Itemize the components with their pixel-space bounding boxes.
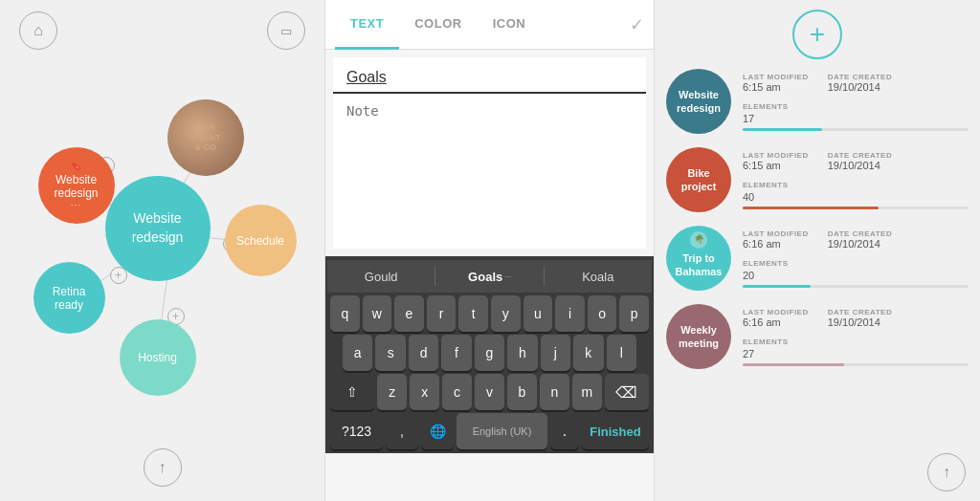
key-comma[interactable]: ,	[386, 413, 418, 449]
key-w[interactable]: w	[363, 295, 392, 332]
key-u[interactable]: u	[523, 295, 553, 332]
panel3-upload-icon: ↑	[943, 464, 950, 481]
tab-color[interactable]: COLOR	[399, 0, 477, 50]
progress-fill-bahamas	[743, 285, 811, 288]
upload-button[interactable]: ↑	[144, 448, 182, 487]
note-input[interactable]	[333, 94, 646, 249]
key-s[interactable]: s	[375, 335, 405, 371]
project-meta-bahamas: LAST MODIFIED 6:16 am DATE CREATED 19/10…	[743, 229, 969, 250]
key-num[interactable]: ?123	[330, 413, 383, 449]
key-row-1: q w e r t y u i o p	[327, 295, 652, 332]
key-p[interactable]: p	[619, 295, 649, 332]
key-finished[interactable]: Finished	[582, 413, 649, 449]
suggestion-gould[interactable]: Gould	[327, 260, 434, 293]
key-l[interactable]: l	[607, 335, 636, 371]
key-dot[interactable]: .	[550, 413, 579, 449]
tab-text[interactable]: TEXT	[335, 0, 399, 50]
date-created-bike: DATE CREATED 19/10/2014	[828, 151, 892, 171]
key-a[interactable]: a	[343, 335, 372, 371]
project-item-bahamas[interactable]: 🌴 Trip toBahamas LAST MODIFIED 6:16 am D…	[666, 226, 969, 291]
panel3-upload-button[interactable]: ↑	[927, 453, 966, 491]
key-j[interactable]: j	[541, 335, 570, 371]
mind-map: + + + + BONVIVANT& CO 🔖 Website redesign…	[19, 61, 306, 425]
key-row-bottom: ?123 , 🌐 English (UK) . Finished	[327, 413, 652, 449]
key-q[interactable]: q	[330, 295, 360, 332]
key-g[interactable]: g	[475, 335, 504, 371]
bubble-hosting[interactable]: Hosting	[120, 319, 196, 396]
tab-bar: TEXT COLOR IcON ✓	[325, 0, 654, 50]
key-k[interactable]: k	[573, 335, 603, 371]
last-modified-bahamas: LAST MODIFIED 6:16 am	[743, 229, 809, 250]
panel3-header: +	[655, 0, 980, 69]
progress-bar-bahamas	[743, 285, 969, 288]
key-globe[interactable]: 🌐	[421, 413, 454, 449]
key-r[interactable]: r	[427, 295, 457, 332]
bubble-retina-label: Retinaready	[53, 285, 86, 312]
keyboard: Gould Goals ··· Koala q w e r t y u i o …	[325, 256, 654, 453]
delete-icon: ⌫	[615, 383, 637, 402]
key-row-2: a s d f g h j k l	[327, 335, 652, 371]
check-button[interactable]: ✓	[630, 14, 644, 35]
date-created-bahamas: DATE CREATED 19/10/2014	[828, 229, 892, 250]
project-info-bike: LAST MODIFIED 6:15 am DATE CREATED 19/10…	[743, 151, 969, 209]
key-y[interactable]: y	[491, 295, 521, 332]
progress-bar-meeting	[743, 363, 969, 366]
progress-bar-bike	[743, 207, 969, 209]
bubble-center[interactable]: Websiteredesign	[105, 176, 211, 281]
bubble-schedule-label: Schedule	[236, 234, 284, 248]
check-icon: ✓	[630, 15, 644, 34]
key-f[interactable]: f	[441, 335, 471, 371]
key-v[interactable]: v	[475, 374, 504, 410]
tab-icon[interactable]: IcON	[478, 0, 542, 50]
bahamas-icon: 🌴	[690, 231, 707, 249]
progress-fill-bike	[743, 207, 879, 209]
key-delete[interactable]: ⌫	[605, 374, 649, 410]
svg-line-2	[161, 276, 167, 324]
bubble-wireframes[interactable]: 🔖 Website redesign ···	[38, 147, 115, 224]
panel1-topbar: ⌂ ▭	[0, 0, 324, 61]
key-c[interactable]: c	[442, 374, 472, 410]
suggestion-bar: Gould Goals ··· Koala	[327, 260, 652, 293]
project-item-bike[interactable]: Bikeproject LAST MODIFIED 6:15 am DATE C…	[666, 147, 969, 212]
panel-mindmap: ⌂ ▭ + + + + BONVIVANT& CO	[0, 0, 325, 501]
home-button[interactable]: ⌂	[19, 11, 57, 50]
add-project-button[interactable]: +	[792, 10, 842, 59]
shift-icon: ⇧	[346, 384, 358, 400]
project-bubble-bahamas: 🌴 Trip toBahamas	[666, 226, 731, 291]
key-x[interactable]: x	[410, 374, 439, 410]
key-h[interactable]: h	[507, 335, 537, 371]
project-bubble-bike: Bikeproject	[666, 147, 731, 212]
title-input[interactable]	[333, 57, 646, 94]
globe-icon: 🌐	[430, 424, 446, 439]
monitor-button[interactable]: ▭	[267, 11, 305, 50]
progress-bar-website	[743, 128, 969, 131]
suggestion-goals[interactable]: Goals ···	[435, 260, 543, 293]
key-space[interactable]: English (UK)	[457, 413, 547, 449]
home-icon: ⌂	[33, 22, 43, 39]
add-icon: +	[810, 21, 825, 48]
key-o[interactable]: o	[588, 295, 617, 332]
project-item-website[interactable]: Websiteredesign LAST MODIFIED 6:15 am DA…	[666, 69, 969, 134]
key-t[interactable]: t	[458, 295, 488, 332]
bubble-schedule[interactable]: Schedule	[225, 205, 297, 276]
panel3-footer: ↑	[655, 444, 980, 501]
key-m[interactable]: m	[572, 374, 602, 410]
bubble-retina[interactable]: Retinaready	[33, 262, 105, 334]
bubble-wireframes-label: 🔖 Website redesign ···	[38, 162, 115, 210]
panel-editor: TEXT COLOR IcON ✓ Gould Goals ···	[325, 0, 655, 501]
bubble-image[interactable]: BONVIVANT& CO	[167, 99, 244, 176]
key-z[interactable]: z	[377, 374, 407, 410]
key-i[interactable]: i	[555, 295, 585, 332]
project-meta-bike: LAST MODIFIED 6:15 am DATE CREATED 19/10…	[743, 151, 969, 171]
key-b[interactable]: b	[507, 374, 537, 410]
key-n[interactable]: n	[540, 374, 569, 410]
project-bubble-meeting: Weeklymeeting	[666, 304, 731, 369]
key-shift[interactable]: ⇧	[330, 374, 374, 410]
project-meta-meeting: LAST MODIFIED 6:16 am DATE CREATED 19/10…	[743, 308, 969, 328]
key-e[interactable]: e	[394, 295, 424, 332]
text-input-section	[333, 57, 646, 249]
project-info-meeting: LAST MODIFIED 6:16 am DATE CREATED 19/10…	[743, 308, 969, 366]
key-d[interactable]: d	[409, 335, 438, 371]
project-item-meeting[interactable]: Weeklymeeting LAST MODIFIED 6:16 am DATE…	[666, 304, 969, 369]
suggestion-koala[interactable]: Koala	[545, 260, 652, 293]
